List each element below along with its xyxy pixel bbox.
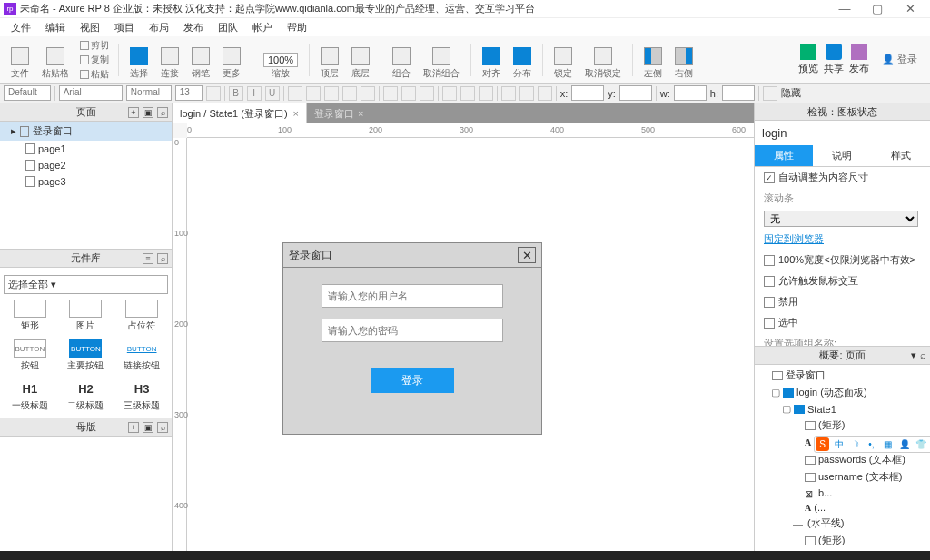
add-page-icon[interactable]: + — [128, 107, 139, 118]
add-folder-icon[interactable]: ▣ — [143, 107, 153, 118]
x-input[interactable] — [571, 85, 604, 101]
outline-row[interactable]: (矩形) — [755, 532, 930, 549]
publish-button[interactable]: 发布 — [849, 44, 869, 75]
font-color[interactable] — [206, 86, 221, 101]
preview-button[interactable]: 预览 — [798, 44, 818, 75]
checkbox-disabled[interactable] — [764, 297, 775, 308]
inspector-tab-notes[interactable]: 说明 — [813, 145, 871, 166]
tool-bottom[interactable]: 底层 — [346, 38, 375, 82]
w-input[interactable] — [674, 85, 707, 101]
tool-cut[interactable]: 剪切 — [80, 39, 109, 52]
ime-toolbar[interactable]: S 中 ☽ •, ▦ 👤 👕 🔧 — [814, 436, 930, 453]
tool-distribute[interactable]: 分布 — [508, 38, 537, 82]
widget-link-button[interactable]: BUTTON链接按钮 — [115, 338, 168, 374]
dialog-close-icon[interactable]: ✕ — [518, 247, 536, 263]
menu-team[interactable]: 团队 — [211, 19, 245, 36]
widget-h1[interactable]: H1一级标题 — [4, 378, 56, 414]
arrow-style[interactable] — [361, 86, 375, 101]
valign-bot[interactable] — [479, 86, 493, 101]
tool-left[interactable]: 左侧 — [638, 38, 668, 82]
minimize-button[interactable]: — — [828, 0, 861, 18]
close-icon[interactable]: × — [293, 108, 299, 119]
menu-edit[interactable]: 编辑 — [38, 19, 73, 36]
tool-zoom[interactable]: 100%缩放 — [258, 38, 303, 82]
font-select[interactable]: Arial — [59, 85, 123, 101]
checkbox-autosize[interactable]: ✓ — [764, 172, 775, 183]
tool-select[interactable]: 选择 — [124, 38, 153, 82]
fill-color[interactable] — [288, 86, 302, 101]
outline-row[interactable]: ▢State1 — [755, 401, 930, 417]
widget-button[interactable]: BUTTON按钮 — [4, 338, 56, 374]
style-select[interactable]: Default — [4, 85, 51, 101]
tool-right[interactable]: 右侧 — [669, 38, 698, 82]
menu-view[interactable]: 视图 — [73, 19, 107, 36]
tool-connect[interactable]: 连接 — [155, 38, 184, 82]
lib-search-icon[interactable]: ⌕ — [157, 253, 168, 264]
password-input[interactable] — [322, 319, 503, 342]
checkbox-selected[interactable] — [764, 318, 775, 329]
ime-person-icon[interactable]: 👤 — [897, 437, 911, 451]
outline-row[interactable]: —(水平线) — [755, 515, 930, 532]
line-style[interactable] — [342, 86, 357, 101]
outline-row[interactable]: ⊠b... — [755, 486, 930, 500]
underline-button[interactable]: U — [265, 86, 280, 101]
weight-select[interactable]: Normal — [126, 85, 172, 101]
menu-publish[interactable]: 发布 — [176, 19, 211, 36]
login-dialog-mockup[interactable]: 登录窗口 ✕ 登录 — [282, 242, 542, 435]
menu-file[interactable]: 文件 — [4, 19, 38, 36]
page-item[interactable]: page3 — [0, 173, 172, 190]
scroll-select[interactable]: 无 — [764, 211, 918, 227]
menu-help[interactable]: 帮助 — [280, 19, 314, 36]
widget-primary-button[interactable]: BUTTON主要按钮 — [60, 338, 113, 374]
ime-punct-icon[interactable]: •, — [865, 437, 878, 451]
add-master-icon[interactable]: + — [128, 422, 139, 433]
widget-image[interactable]: 图片 — [60, 298, 113, 334]
library-selector[interactable]: 选择全部 ▾ — [4, 275, 168, 294]
checkbox-100w[interactable] — [764, 255, 775, 266]
outline-row[interactable]: 登录窗口 — [755, 367, 930, 384]
tool-align[interactable]: 对齐 — [477, 38, 506, 82]
h-input[interactable] — [722, 85, 755, 101]
size-select[interactable]: 13 — [175, 85, 203, 101]
fill-2[interactable] — [501, 86, 516, 101]
tool-unlock[interactable]: 取消锁定 — [579, 38, 627, 82]
inspector-tab-style[interactable]: 样式 — [872, 145, 930, 166]
inner-shadow[interactable] — [538, 86, 552, 101]
search-icon[interactable]: ⌕ — [157, 107, 168, 118]
align-center[interactable] — [401, 86, 416, 101]
checkbox-trigger[interactable] — [764, 276, 775, 287]
outline-row[interactable]: —(矩形) — [755, 417, 930, 434]
align-right[interactable] — [420, 86, 434, 101]
ime-keyboard-icon[interactable]: ▦ — [881, 437, 895, 451]
page-item[interactable]: page1 — [0, 141, 172, 157]
canvas[interactable]: 登录窗口 ✕ 登录 — [187, 138, 754, 551]
ime-logo-icon[interactable]: S — [816, 437, 829, 451]
canvas-tab-active[interactable]: login / State1 (登录窗口)× — [173, 103, 307, 123]
outline-row[interactable]: ▢login (动态面板) — [755, 384, 930, 401]
ime-skin-icon[interactable]: 👕 — [914, 437, 927, 451]
inspector-tab-props[interactable]: 属性 — [755, 145, 813, 166]
login-submit-button[interactable]: 登录 — [371, 368, 454, 393]
page-item[interactable]: page2 — [0, 157, 172, 173]
outline-filter-icon[interactable]: ▾ — [911, 349, 916, 361]
share-button[interactable]: 共享 — [824, 44, 844, 75]
username-input[interactable] — [322, 284, 503, 308]
y-input[interactable] — [619, 85, 652, 101]
outer-shadow[interactable] — [519, 86, 534, 101]
pin-link[interactable]: 固定到浏览器 — [764, 232, 824, 246]
valign-top[interactable] — [442, 86, 457, 101]
bold-button[interactable]: B — [229, 86, 243, 101]
tool-top[interactable]: 顶层 — [315, 38, 344, 82]
tool-file[interactable]: 文件 — [5, 38, 35, 82]
tool-more[interactable]: 更多 — [217, 38, 246, 82]
tool-paste-format[interactable]: 粘贴格 — [36, 38, 74, 82]
ime-lang-icon[interactable]: 中 — [832, 437, 846, 451]
hidden-checkbox[interactable] — [763, 86, 777, 101]
border-width[interactable] — [324, 86, 339, 101]
menu-layout[interactable]: 布局 — [142, 19, 176, 36]
ime-moon-icon[interactable]: ☽ — [848, 437, 862, 451]
tool-copy[interactable]: 复制 — [80, 54, 109, 66]
tool-group-btn[interactable]: 组合 — [387, 38, 416, 82]
menu-account[interactable]: 帐户 — [245, 19, 280, 36]
widget-placeholder[interactable]: 占位符 — [115, 298, 168, 334]
